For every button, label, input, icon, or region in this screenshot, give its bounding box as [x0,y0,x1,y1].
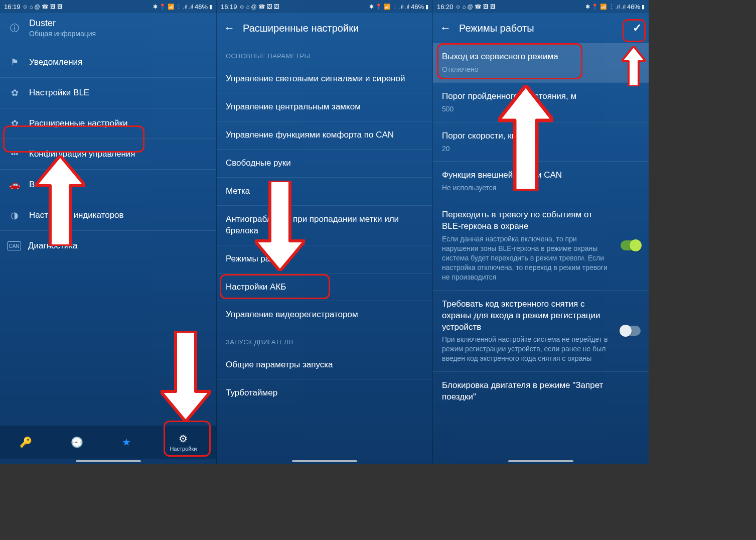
star-icon: ★ [122,436,131,448]
device-title: Duster [29,18,96,29]
setting-value: Отключено [442,65,640,74]
toggle-switch[interactable] [621,326,641,336]
back-button[interactable]: ← [440,23,451,34]
menu-item-label: Выбор авто [29,180,75,190]
menu-item-label: Уведомления [29,57,82,67]
menu-item-control-config[interactable]: ••• Конфигурация управления [0,139,216,169]
settings-menu: ⓘ Duster Общая информация ⚑ Уведомления … [0,13,216,261]
phone-screen-3: 16:20 ☺ ⌂ @ ☎ 🖼 🖼 ✱ 📍 📶 ⋮ .ıl .ıl 46% ▮ … [432,0,649,464]
nav-handle[interactable] [292,460,357,462]
annotation-arrow-down [161,331,211,422]
status-right-icons: ✱ 📍 📶 ⋮ .ıl .ıl [153,4,193,10]
menu-item-label: Настройка индикаторов [29,210,124,220]
nav-handle[interactable] [508,460,573,462]
page-title: Режимы работы [459,23,534,34]
phone-screen-2: 16:19 ☺ ⌂ @ ☎ 🖼 🖼 ✱ 📍 📶 ⋮ .ıl .ıl 46% ▮ … [216,0,432,464]
setting-value: 500 [442,104,640,114]
battery-icon: ▮ [425,4,428,10]
setting-title: Функция внешней кнопки CAN [442,170,640,181]
bottom-nav-settings[interactable]: ⚙ Настройки [170,433,197,452]
setting-comfort-can[interactable]: Управление функциями комфорта по CAN [217,121,432,149]
gear-icon: ✿ [7,87,22,98]
status-left-icons: ☺ ⌂ @ ☎ 🖼 🖼 [23,4,63,10]
section-header-basic: ОСНОВНЫЕ ПАРАМЕТРЫ [217,43,432,65]
device-subtitle: Общая информация [29,30,96,38]
setting-tag[interactable]: Метка [217,177,432,205]
menu-item-notifications[interactable]: ⚑ Уведомления [0,47,216,77]
setting-title: Порог скорости, км/час [442,130,640,142]
menu-item-diagnostics[interactable]: CAN Диагностика [0,231,216,261]
status-left-icons: ☺ ⌂ @ ☎ 🖼 🖼 [456,4,496,10]
setting-title: Управление видеорегистратором [226,309,423,321]
battery-icon: ▮ [642,4,645,10]
setting-start-params[interactable]: Общие параметры запуска [217,351,432,379]
setting-title: Выход из сервисного режима [442,51,640,63]
setting-title: Управление центральным замком [226,101,423,113]
battery-icon: ▮ [209,4,212,10]
toolbar: ← Режимы работы ✓ [433,13,649,43]
menu-item-advanced-settings[interactable]: ✿ Расширенные настройки [0,108,216,139]
setting-antirobbery[interactable]: Антиограбление при пропадании метки или … [217,205,432,245]
menu-item-label: Конфигурация управления [29,149,135,159]
setting-value: 20 [442,144,640,154]
setting-external-button-can[interactable]: Функция внешней кнопки CAN Не использует… [433,161,649,201]
car-icon: 🚗 [7,179,22,190]
setting-title: Управление функциями комфорта по CAN [226,129,423,141]
status-battery: 46% [627,3,640,11]
section-header-engine: ЗАПУСК ДВИГАТЕЛЯ [217,329,432,351]
bottom-nav-label: Настройки [170,446,197,452]
setting-distance-threshold[interactable]: Порог пройденного расстояния, м 500 [433,82,649,122]
page-title: Расширенные настройки [243,23,359,34]
bottom-nav-history[interactable]: 🕘 [71,436,83,448]
setting-require-emergency-code[interactable]: Требовать код экстренного снятия с охран… [433,290,649,371]
gear-icon: ✿ [7,118,22,129]
setting-light-siren[interactable]: Управление световыми сигналами и сиреной [217,65,432,93]
status-battery: 46% [411,3,424,11]
status-time: 16:20 [437,3,453,11]
setting-dvr[interactable]: Управление видеорегистратором [217,301,432,329]
setting-speed-threshold[interactable]: Порог скорости, км/час 20 [433,122,649,162]
menu-item-indicators[interactable]: ◑ Настройка индикаторов [0,200,216,230]
setting-title: Переходить в тревогу по событиям от BLE-… [442,209,640,232]
back-button[interactable]: ← [224,23,235,34]
menu-item-car-select[interactable]: 🚗 Выбор авто [0,170,216,200]
setting-title: Свободные руки [226,158,423,169]
setting-central-lock[interactable]: Управление центральным замком [217,93,432,121]
device-header[interactable]: ⓘ Duster Общая информация [0,13,216,47]
setting-title: Турботаймер [226,387,423,399]
dots-icon: ••• [7,150,22,158]
setting-title: Режимы работы [226,253,423,265]
toolbar: ← Расширенные настройки [217,13,432,43]
setting-value: Не используется [442,183,640,193]
status-time: 16:19 [221,3,237,11]
status-bar: 16:19 ☺ ⌂ @ ☎ 🖼 🖼 ✱ 📍 📶 ⋮ .ıl .ıl 46% ▮ [217,0,432,13]
setting-title: Порог пройденного расстояния, м [442,91,640,102]
setting-description: Если данная настройка включена, то при н… [442,234,640,282]
flag-icon: ⚑ [7,57,22,68]
setting-title: Требовать код экстренного снятия с охран… [442,299,640,333]
setting-battery[interactable]: Настройки АКБ [217,273,432,301]
bottom-nav: 🔑 🕘 ★ ⚙ Настройки [0,426,216,459]
status-battery: 46% [195,3,208,11]
bottom-nav-favorites[interactable]: ★ [122,436,131,448]
setting-engine-block-trip-ban[interactable]: Блокировка двигателя в режиме "Запрет по… [433,371,649,411]
nav-handle[interactable] [76,460,141,462]
phone-screen-1: 16:19 ☺ ⌂ @ ☎ 🖼 🖼 ✱ 📍 📶 ⋮ .ıl .ıl 46% ▮ … [0,0,216,464]
confirm-button[interactable]: ✓ [633,22,642,35]
bottom-nav-key[interactable]: 🔑 [20,436,32,448]
status-right-icons: ✱ 📍 📶 ⋮ .ıl .ıl [585,4,626,10]
key-icon: 🔑 [20,436,32,448]
status-time: 16:19 [4,3,21,11]
toggle-switch[interactable] [621,240,641,250]
setting-title: Антиограбление при пропадании метки или … [226,214,423,237]
status-bar: 16:20 ☺ ⌂ @ ☎ 🖼 🖼 ✱ 📍 📶 ⋮ .ıl .ıl 46% ▮ [433,0,649,13]
menu-item-label: Настройки BLE [29,88,89,98]
setting-title: Настройки АКБ [226,282,423,293]
setting-turbotimer[interactable]: Турботаймер [217,379,432,407]
status-bar: 16:19 ☺ ⌂ @ ☎ 🖼 🖼 ✱ 📍 📶 ⋮ .ıl .ıl 46% ▮ [0,0,216,13]
setting-handsfree[interactable]: Свободные руки [217,149,432,177]
setting-work-modes[interactable]: Режимы работы [217,245,432,273]
setting-ble-gerkon-alarm[interactable]: Переходить в тревогу по событиям от BLE-… [433,201,649,290]
setting-exit-service-mode[interactable]: Выход из сервисного режима Отключено [433,43,649,82]
menu-item-ble-settings[interactable]: ✿ Настройки BLE [0,78,216,108]
